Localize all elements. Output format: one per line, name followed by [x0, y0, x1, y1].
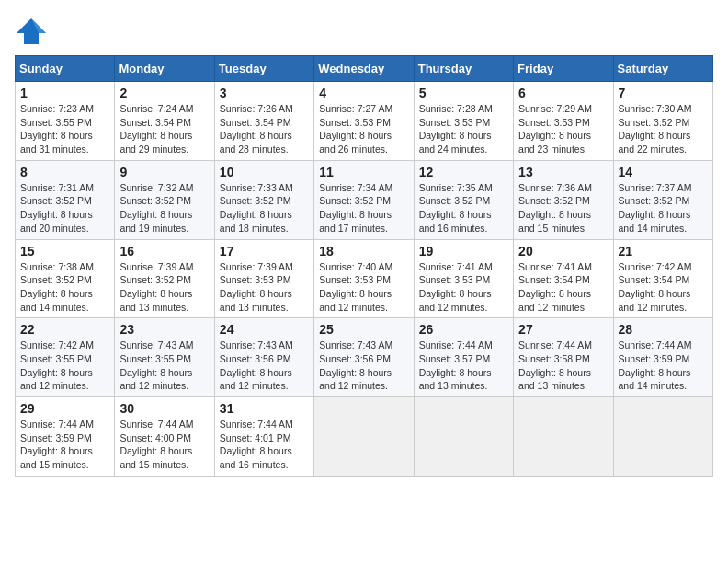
- calendar-day-cell: 29 Sunrise: 7:44 AM Sunset: 3:59 PM Dayl…: [16, 397, 115, 477]
- day-number: 27: [518, 322, 608, 337]
- sunrise-label: Sunrise: 7:44 AM: [20, 419, 94, 430]
- logo: [15, 15, 51, 48]
- calendar-day-cell: 3 Sunrise: 7:26 AM Sunset: 3:54 PM Dayli…: [214, 82, 313, 161]
- day-info: Sunrise: 7:32 AM Sunset: 3:52 PM Dayligh…: [119, 181, 209, 236]
- sunset-label: Sunset: 3:53 PM: [419, 117, 491, 128]
- sunset-label: Sunset: 3:57 PM: [419, 353, 491, 364]
- calendar-week-row: 22 Sunrise: 7:42 AM Sunset: 3:55 PM Dayl…: [16, 318, 713, 397]
- calendar-day-cell: 5 Sunrise: 7:28 AM Sunset: 3:53 PM Dayli…: [414, 82, 513, 161]
- sunset-label: Sunset: 3:52 PM: [119, 274, 191, 285]
- day-info: Sunrise: 7:31 AM Sunset: 3:52 PM Dayligh…: [20, 181, 109, 236]
- day-info: Sunrise: 7:44 AM Sunset: 3:58 PM Dayligh…: [518, 339, 608, 393]
- sunset-label: Sunset: 3:52 PM: [518, 195, 590, 206]
- calendar-day-cell: 26 Sunrise: 7:44 AM Sunset: 3:57 PM Dayl…: [414, 318, 513, 397]
- day-of-week-header: Wednesday: [314, 56, 414, 82]
- daylight-label: Daylight: 8 hours and 28 minutes.: [220, 130, 292, 155]
- page-header: [15, 15, 713, 48]
- calendar-day-cell: 21 Sunrise: 7:42 AM Sunset: 3:54 PM Dayl…: [613, 239, 712, 318]
- calendar-day-cell: 7 Sunrise: 7:30 AM Sunset: 3:52 PM Dayli…: [613, 82, 712, 161]
- sunset-label: Sunset: 3:58 PM: [518, 353, 590, 364]
- calendar-header-row: SundayMondayTuesdayWednesdayThursdayFrid…: [16, 56, 713, 82]
- sunset-label: Sunset: 3:54 PM: [619, 274, 690, 285]
- daylight-label: Daylight: 8 hours and 29 minutes.: [119, 130, 192, 155]
- sunset-label: Sunset: 3:52 PM: [319, 195, 391, 206]
- sunrise-label: Sunrise: 7:44 AM: [419, 339, 493, 350]
- sunrise-label: Sunrise: 7:34 AM: [319, 182, 392, 193]
- daylight-label: Daylight: 8 hours and 15 minutes.: [119, 445, 192, 470]
- daylight-label: Daylight: 8 hours and 17 minutes.: [319, 209, 392, 234]
- day-info: Sunrise: 7:39 AM Sunset: 3:53 PM Dayligh…: [220, 260, 309, 315]
- daylight-label: Daylight: 8 hours and 20 minutes.: [20, 209, 93, 234]
- sunrise-label: Sunrise: 7:43 AM: [220, 339, 293, 350]
- day-number: 18: [319, 244, 408, 259]
- sunset-label: Sunset: 3:55 PM: [20, 117, 92, 128]
- calendar-day-cell: 25 Sunrise: 7:43 AM Sunset: 3:56 PM Dayl…: [314, 318, 414, 397]
- calendar-day-cell: 14 Sunrise: 7:37 AM Sunset: 3:52 PM Dayl…: [613, 160, 712, 239]
- day-info: Sunrise: 7:24 AM Sunset: 3:54 PM Dayligh…: [119, 102, 209, 156]
- sunrise-label: Sunrise: 7:42 AM: [20, 339, 94, 350]
- day-info: Sunrise: 7:44 AM Sunset: 3:59 PM Dayligh…: [619, 339, 708, 393]
- calendar-week-row: 1 Sunrise: 7:23 AM Sunset: 3:55 PM Dayli…: [16, 82, 713, 161]
- daylight-label: Daylight: 8 hours and 13 minutes.: [419, 367, 492, 392]
- day-info: Sunrise: 7:42 AM Sunset: 3:55 PM Dayligh…: [20, 339, 109, 393]
- day-number: 5: [419, 86, 508, 100]
- calendar-day-cell: 1 Sunrise: 7:23 AM Sunset: 3:55 PM Dayli…: [16, 82, 115, 161]
- calendar-day-cell: 2 Sunrise: 7:24 AM Sunset: 3:54 PM Dayli…: [115, 82, 214, 161]
- sunrise-label: Sunrise: 7:31 AM: [20, 182, 94, 193]
- sunrise-label: Sunrise: 7:26 AM: [220, 103, 293, 114]
- sunrise-label: Sunrise: 7:36 AM: [518, 182, 592, 193]
- sunrise-label: Sunrise: 7:38 AM: [20, 261, 94, 272]
- calendar-day-cell: [613, 397, 712, 477]
- daylight-label: Daylight: 8 hours and 24 minutes.: [419, 130, 492, 155]
- day-number: 25: [319, 322, 408, 337]
- daylight-label: Daylight: 8 hours and 14 minutes.: [619, 367, 691, 392]
- day-of-week-header: Monday: [115, 56, 214, 82]
- daylight-label: Daylight: 8 hours and 14 minutes.: [619, 209, 691, 234]
- daylight-label: Daylight: 8 hours and 15 minutes.: [20, 445, 93, 470]
- day-number: 17: [220, 244, 309, 259]
- day-number: 12: [419, 165, 508, 179]
- day-number: 15: [20, 244, 109, 259]
- day-info: Sunrise: 7:28 AM Sunset: 3:53 PM Dayligh…: [419, 102, 508, 156]
- calendar-day-cell: 16 Sunrise: 7:39 AM Sunset: 3:52 PM Dayl…: [115, 239, 214, 318]
- calendar-day-cell: [414, 397, 513, 477]
- day-info: Sunrise: 7:29 AM Sunset: 3:53 PM Dayligh…: [518, 102, 608, 156]
- day-number: 10: [220, 165, 309, 179]
- day-number: 13: [518, 165, 608, 179]
- sunrise-label: Sunrise: 7:44 AM: [119, 419, 193, 430]
- day-info: Sunrise: 7:44 AM Sunset: 4:01 PM Dayligh…: [220, 418, 309, 472]
- day-info: Sunrise: 7:26 AM Sunset: 3:54 PM Dayligh…: [220, 102, 309, 156]
- sunrise-label: Sunrise: 7:28 AM: [419, 103, 493, 114]
- day-of-week-header: Sunday: [16, 56, 115, 82]
- day-info: Sunrise: 7:44 AM Sunset: 3:59 PM Dayligh…: [20, 418, 109, 472]
- sunrise-label: Sunrise: 7:37 AM: [619, 182, 692, 193]
- sunset-label: Sunset: 3:56 PM: [319, 353, 391, 364]
- day-info: Sunrise: 7:44 AM Sunset: 4:00 PM Dayligh…: [119, 418, 209, 472]
- calendar-day-cell: 11 Sunrise: 7:34 AM Sunset: 3:52 PM Dayl…: [314, 160, 414, 239]
- day-info: Sunrise: 7:33 AM Sunset: 3:52 PM Dayligh…: [220, 181, 309, 236]
- daylight-label: Daylight: 8 hours and 13 minutes.: [518, 367, 591, 392]
- sunrise-label: Sunrise: 7:44 AM: [220, 419, 293, 430]
- sunrise-label: Sunrise: 7:43 AM: [319, 339, 392, 350]
- calendar-week-row: 8 Sunrise: 7:31 AM Sunset: 3:52 PM Dayli…: [16, 160, 713, 239]
- day-number: 19: [419, 244, 508, 259]
- calendar-day-cell: 12 Sunrise: 7:35 AM Sunset: 3:52 PM Dayl…: [414, 160, 513, 239]
- calendar-day-cell: 4 Sunrise: 7:27 AM Sunset: 3:53 PM Dayli…: [314, 82, 414, 161]
- sunrise-label: Sunrise: 7:23 AM: [20, 103, 94, 114]
- daylight-label: Daylight: 8 hours and 15 minutes.: [518, 209, 591, 234]
- sunset-label: Sunset: 3:54 PM: [119, 117, 191, 128]
- daylight-label: Daylight: 8 hours and 18 minutes.: [220, 209, 292, 234]
- sunrise-label: Sunrise: 7:42 AM: [619, 261, 692, 272]
- day-of-week-header: Friday: [514, 56, 613, 82]
- sunset-label: Sunset: 3:53 PM: [319, 117, 391, 128]
- day-info: Sunrise: 7:40 AM Sunset: 3:53 PM Dayligh…: [319, 260, 408, 315]
- day-number: 1: [20, 86, 109, 100]
- sunrise-label: Sunrise: 7:40 AM: [319, 261, 392, 272]
- day-number: 28: [619, 322, 708, 337]
- sunset-label: Sunset: 3:53 PM: [518, 117, 590, 128]
- calendar-day-cell: 28 Sunrise: 7:44 AM Sunset: 3:59 PM Dayl…: [613, 318, 712, 397]
- day-number: 9: [119, 165, 209, 179]
- calendar-day-cell: 10 Sunrise: 7:33 AM Sunset: 3:52 PM Dayl…: [214, 160, 313, 239]
- day-number: 2: [119, 86, 209, 100]
- day-info: Sunrise: 7:44 AM Sunset: 3:57 PM Dayligh…: [419, 339, 508, 393]
